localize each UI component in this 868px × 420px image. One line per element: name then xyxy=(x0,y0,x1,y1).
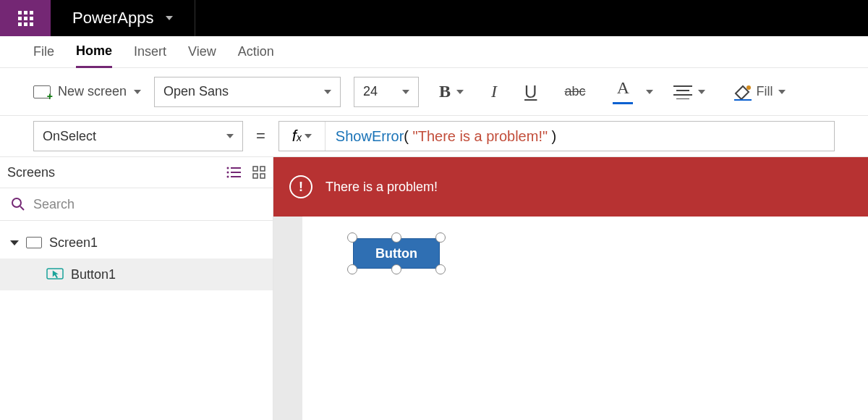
resize-handle-br[interactable] xyxy=(435,264,446,274)
italic-button[interactable]: I xyxy=(484,82,504,101)
formula-string: "There is a problem!" xyxy=(413,128,548,144)
formula-open-paren: ( xyxy=(404,128,412,144)
italic-icon: I xyxy=(491,82,497,101)
tree-item-button1[interactable]: Button1 xyxy=(0,259,273,290)
svg-line-17 xyxy=(20,206,24,210)
font-color-icon: A xyxy=(617,79,629,96)
canvas-area: ! There is a problem! Button xyxy=(273,157,868,420)
error-message: There is a problem! xyxy=(326,180,438,195)
chevron-down-icon xyxy=(166,16,173,20)
screen-icon xyxy=(26,237,42,248)
error-icon: ! xyxy=(289,175,312,198)
font-size-select[interactable]: 24 xyxy=(354,77,419,107)
resize-handle-tl[interactable] xyxy=(347,232,357,243)
svg-rect-14 xyxy=(253,174,258,178)
menu-insert[interactable]: Insert xyxy=(134,37,166,67)
design-surface[interactable]: Button xyxy=(302,217,868,420)
font-color-button[interactable]: A xyxy=(605,79,640,104)
menu-view[interactable]: View xyxy=(188,37,216,67)
search-placeholder: Search xyxy=(33,197,75,212)
font-size-value: 24 xyxy=(363,84,378,99)
search-icon xyxy=(12,198,25,211)
title-bar: PowerApps xyxy=(0,0,868,36)
svg-rect-12 xyxy=(253,167,258,171)
fx-icon: fx xyxy=(292,127,302,146)
fill-button[interactable]: Fill xyxy=(726,83,793,101)
tree-item-label: Button1 xyxy=(71,267,116,282)
align-button[interactable] xyxy=(666,85,712,99)
fx-button[interactable]: fx xyxy=(279,122,326,151)
error-banner: ! There is a problem! xyxy=(273,157,868,217)
svg-point-4 xyxy=(746,85,751,90)
svg-rect-15 xyxy=(260,174,265,178)
color-swatch xyxy=(613,102,633,104)
menu-bar: File Home Insert View Action xyxy=(0,36,868,68)
button-control-icon xyxy=(46,268,64,281)
fill-icon xyxy=(733,83,752,101)
expand-icon[interactable] xyxy=(10,240,19,245)
chevron-down-icon xyxy=(456,90,464,94)
bold-button[interactable]: B xyxy=(432,82,471,101)
svg-rect-5 xyxy=(734,99,752,101)
grid-view-icon[interactable] xyxy=(252,166,265,179)
new-screen-icon xyxy=(33,85,51,98)
app-launcher-button[interactable] xyxy=(0,0,51,36)
svg-point-11 xyxy=(227,176,229,178)
chevron-down-icon xyxy=(324,90,331,94)
chevron-down-icon xyxy=(134,90,141,94)
font-family-select[interactable]: Open Sans xyxy=(154,77,341,107)
ribbon: New screen Open Sans 24 B I U abc A Fill xyxy=(0,68,868,116)
chevron-down-icon xyxy=(778,90,786,94)
tree-item-screen1[interactable]: Screen1 xyxy=(0,227,273,259)
tree-item-label: Screen1 xyxy=(49,235,98,251)
list-view-icon[interactable] xyxy=(226,167,241,178)
canvas-button-text: Button xyxy=(375,246,417,261)
separator xyxy=(195,0,195,36)
svg-point-10 xyxy=(227,172,229,174)
underline-icon: U xyxy=(524,82,537,102)
screens-tree: Screen1 Button1 xyxy=(0,221,273,296)
screens-panel-title: Screens xyxy=(7,165,55,180)
align-icon xyxy=(673,85,692,99)
svg-point-16 xyxy=(12,198,21,207)
app-name-label: PowerApps xyxy=(72,9,154,28)
chevron-down-icon xyxy=(305,134,312,138)
menu-file[interactable]: File xyxy=(33,37,54,67)
svg-point-9 xyxy=(227,167,229,169)
new-screen-label: New screen xyxy=(58,84,127,99)
font-family-value: Open Sans xyxy=(163,84,229,99)
resize-handle-tc[interactable] xyxy=(391,232,401,243)
menu-home[interactable]: Home xyxy=(76,36,112,68)
resize-handle-bc[interactable] xyxy=(391,264,401,274)
waffle-icon xyxy=(18,11,33,26)
fill-label: Fill xyxy=(756,84,773,99)
formula-fn: ShowError xyxy=(336,128,404,144)
property-select[interactable]: OnSelect xyxy=(33,121,243,151)
chevron-down-icon xyxy=(698,90,705,94)
chevron-down-icon[interactable] xyxy=(646,90,653,94)
property-value: OnSelect xyxy=(43,129,96,144)
formula-input-container: fx ShowError( "There is a problem!" ) xyxy=(278,121,835,151)
new-screen-button[interactable]: New screen xyxy=(33,84,141,99)
strikethrough-icon: abc xyxy=(564,84,585,99)
equals-label: = xyxy=(252,127,270,146)
screens-search[interactable]: Search xyxy=(0,188,273,221)
chevron-down-icon xyxy=(226,134,234,138)
error-glyph: ! xyxy=(299,180,303,195)
resize-handle-tr[interactable] xyxy=(435,232,446,243)
resize-handle-bl[interactable] xyxy=(347,264,357,274)
svg-rect-13 xyxy=(260,167,265,171)
workspace: Screens Search Screen1 Button1 xyxy=(0,157,868,420)
formula-bar: OnSelect = fx ShowError( "There is a pro… xyxy=(0,116,868,157)
strikethrough-button[interactable]: abc xyxy=(557,84,592,99)
underline-button[interactable]: U xyxy=(517,82,544,102)
menu-action[interactable]: Action xyxy=(238,37,274,67)
app-name-dropdown[interactable]: PowerApps xyxy=(51,0,195,36)
screens-panel: Screens Search Screen1 Button1 xyxy=(0,157,273,420)
screens-panel-header: Screens xyxy=(0,157,273,188)
bold-icon: B xyxy=(439,82,451,101)
chevron-down-icon xyxy=(402,90,409,94)
formula-close-paren: ) xyxy=(548,128,556,144)
formula-input[interactable]: ShowError( "There is a problem!" ) xyxy=(326,127,834,145)
selected-control[interactable]: Button xyxy=(353,238,440,269)
